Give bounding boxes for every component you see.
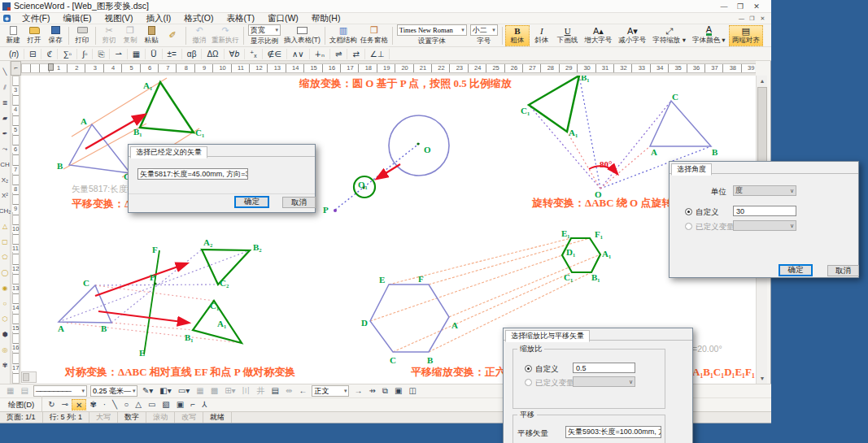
custom-angle-radio[interactable]: [685, 208, 692, 215]
page-view-icon[interactable]: ▣: [391, 385, 405, 397]
ellipse-draw-icon[interactable]: ○: [120, 399, 132, 410]
font-size-select[interactable]: 小二▾: [470, 24, 498, 36]
next-style-icon[interactable]: ⇸: [365, 385, 378, 397]
subscript-tool-icon[interactable]: X₂: [2, 172, 8, 188]
undo-button[interactable]: ↶撤消: [189, 25, 210, 46]
task-pane-button[interactable]: ❒ 任务窗格: [359, 25, 390, 46]
layout-icon[interactable]: ▤: [268, 385, 282, 397]
align-grid-icon[interactable]: ▦: [193, 385, 207, 397]
double-line-tool-icon[interactable]: ⫽: [3, 80, 7, 95]
zoom-select[interactable]: 页宽▾: [248, 24, 281, 36]
char-scale-button[interactable]: ⤢字符缩放 ▾: [649, 25, 689, 46]
paste-button[interactable]: 粘贴: [141, 25, 162, 46]
chem-group-tool-icon[interactable]: CH: [0, 157, 10, 172]
chart-frame-icon[interactable]: ▦: [3, 385, 17, 397]
line-width-select[interactable]: 0.25 毫米—▾: [90, 385, 137, 397]
copy-button[interactable]: ❐复制: [120, 25, 141, 46]
angle-ok-button[interactable]: 确定: [779, 264, 813, 276]
pentagon-shape-tool-icon[interactable]: ⬠: [2, 250, 8, 265]
forward-icon[interactable]: →: [351, 385, 365, 397]
export-box-button[interactable]: ⎘: [93, 49, 110, 59]
logic-symbols-button[interactable]: ∀𝑏: [225, 49, 245, 59]
circle-shape-tool-icon[interactable]: ◯: [2, 265, 9, 280]
small-circle-tool-icon[interactable]: ○: [3, 296, 7, 311]
doc-structure-button[interactable]: ▥ 文档结构: [328, 25, 359, 46]
split-view-icon[interactable]: ◫: [405, 385, 419, 397]
mdi-restore-button[interactable]: ❐: [747, 14, 757, 23]
pen-tool-icon[interactable]: ✒: [2, 126, 8, 141]
format-painter-button[interactable]: ✐: [162, 25, 183, 46]
menu-item[interactable]: 格式(O): [177, 13, 220, 24]
line-style-select[interactable]: ────────▾: [33, 385, 87, 397]
sum-template-button[interactable]: ∑▫: [58, 49, 77, 59]
prev-style-icon[interactable]: ⇹: [282, 385, 295, 397]
vertical-ruler[interactable]: 3456789101112131415161718: [11, 76, 21, 384]
mdi-close-button[interactable]: ✕: [757, 14, 768, 23]
plusminus-button[interactable]: ±=: [163, 49, 182, 59]
line-draw-icon[interactable]: ╲: [109, 399, 120, 410]
close-button[interactable]: ✕: [748, 2, 765, 11]
minimize-button[interactable]: —: [716, 2, 732, 11]
line-tool-icon[interactable]: ╲: [3, 64, 7, 80]
frame-insert-button[interactable]: ⊞▾: [221, 385, 238, 397]
print-button[interactable]: 打印: [72, 25, 93, 46]
thick-line-tool-icon[interactable]: ▰: [2, 111, 7, 126]
justify-button[interactable]: ▤两端对齐: [729, 25, 763, 46]
hexagon-shape-tool-icon[interactable]: ⬡: [2, 311, 8, 327]
new-button[interactable]: 新建: [2, 25, 24, 46]
dashed-arrow-tool-icon[interactable]: ⤳: [2, 141, 7, 157]
font-name-select[interactable]: Times New Roman▾: [397, 24, 467, 36]
chart-frame2-icon[interactable]: ▤: [17, 385, 31, 397]
defined-var-select[interactable]: ∨: [733, 220, 796, 231]
heptagon-shape-tool-icon[interactable]: ⬢: [2, 327, 8, 342]
menu-item[interactable]: 表格(T): [220, 13, 261, 24]
triple-line-tool-icon[interactable]: ≣: [2, 95, 8, 111]
custom-scale-input[interactable]: 0.5: [573, 363, 635, 373]
molecule-tool-icon[interactable]: ✾: [2, 358, 8, 373]
axis-draw-icon[interactable]: ⌐: [187, 399, 198, 410]
complex-set-button[interactable]: ℭ: [41, 49, 58, 59]
axis2-draw-icon[interactable]: ⅄: [198, 399, 210, 410]
circle-r-tool-icon[interactable]: ◉: [2, 280, 8, 296]
draw-menu-button[interactable]: 绘图(D): [3, 400, 39, 410]
and-or-button[interactable]: ∧∨: [287, 49, 310, 59]
menu-item[interactable]: 视图(V): [98, 13, 139, 24]
geometry-symbols-button[interactable]: ∠⊥: [365, 49, 390, 59]
vector-arrow-button[interactable]: ⇀: [110, 49, 127, 59]
save-button[interactable]: 保存: [45, 25, 66, 46]
square-shape-tool-icon[interactable]: ▢: [2, 234, 8, 250]
vector-dialog-tab[interactable]: 选择已经定义的矢量: [130, 146, 207, 159]
custom-scale-radio[interactable]: [525, 365, 532, 372]
merge-cells-icon[interactable]: 井: [254, 385, 268, 397]
matrix-template-button[interactable]: ▦: [128, 49, 146, 59]
image2-insert-icon[interactable]: ▣: [173, 399, 187, 410]
grid-view-icon[interactable]: ⧉: [379, 385, 391, 397]
chem2-group-tool-icon[interactable]: CH₂: [0, 203, 11, 219]
exchange-arrow-button[interactable]: ⇄: [347, 49, 364, 59]
back-icon[interactable]: ←: [295, 385, 310, 397]
font-color-button[interactable]: A字体颜色 ▾: [689, 25, 729, 46]
point-draw-icon[interactable]: ·: [100, 399, 109, 410]
scroll-down-icon[interactable]: ▼: [757, 373, 768, 384]
translate-vector-select[interactable]: 矢量5903:长度=100.00mm, 方∨: [565, 426, 661, 438]
operator-symbols-button[interactable]: ⁺ₓ: [245, 49, 263, 59]
horizontal-ruler[interactable]: 1234567891011121314151617181920212223242…: [21, 61, 756, 76]
horizontal-scrollbar[interactable]: [21, 371, 37, 383]
delete-tool-icon[interactable]: ✕: [72, 399, 86, 410]
mdi-minimize-button[interactable]: —: [736, 14, 747, 23]
paren-template-button[interactable]: (𝑛): [4, 49, 24, 59]
scale-dialog-tab[interactable]: 选择缩放比与平移矢量: [505, 330, 590, 342]
shrink-font-button[interactable]: A▾减小字号: [615, 25, 649, 46]
frame-style-button[interactable]: ▭▾: [175, 385, 193, 397]
accent-template-button[interactable]: Ü: [146, 49, 162, 59]
menu-item[interactable]: 文件(F): [15, 13, 56, 24]
angle-cancel-button[interactable]: 取消: [827, 265, 859, 276]
vector-ok-button[interactable]: 确定: [234, 196, 269, 208]
grow-font-button[interactable]: A▴增大字号: [581, 25, 615, 46]
fill-color-button[interactable]: ◧▾: [156, 385, 174, 397]
menu-item[interactable]: 插入(I): [139, 13, 177, 24]
open-button[interactable]: 打开: [24, 25, 45, 46]
unit-select[interactable]: 度∨: [733, 185, 796, 196]
split-cells-icon[interactable]: 〣: [239, 385, 254, 397]
custom-angle-input[interactable]: 30: [733, 206, 796, 216]
